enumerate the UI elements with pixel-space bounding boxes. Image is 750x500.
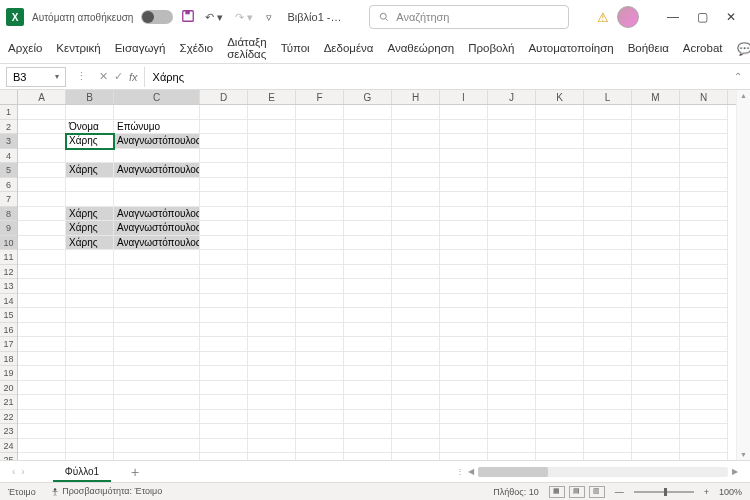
cell-M15[interactable] <box>632 308 680 323</box>
cell-G1[interactable] <box>344 105 392 120</box>
cell-C24[interactable] <box>114 439 200 454</box>
cell-A23[interactable] <box>18 424 66 439</box>
cell-B13[interactable] <box>66 279 114 294</box>
view-page-break[interactable]: ▥ <box>589 486 605 498</box>
row-header-6[interactable]: 6 <box>0 178 17 193</box>
cell-I14[interactable] <box>440 294 488 309</box>
cell-E22[interactable] <box>248 410 296 425</box>
tab-prev[interactable]: ‹ <box>12 466 15 477</box>
formula-vdots[interactable]: ⋮ <box>76 70 87 83</box>
row-header-8[interactable]: 8 <box>0 207 17 222</box>
col-header-F[interactable]: F <box>296 90 344 104</box>
cell-M19[interactable] <box>632 366 680 381</box>
cell-C17[interactable] <box>114 337 200 352</box>
cell-L8[interactable] <box>584 207 632 222</box>
cell-D17[interactable] <box>200 337 248 352</box>
minimize-button[interactable]: — <box>667 10 679 24</box>
col-header-J[interactable]: J <box>488 90 536 104</box>
cell-N15[interactable] <box>680 308 728 323</box>
cell-M10[interactable] <box>632 236 680 251</box>
cell-C21[interactable] <box>114 395 200 410</box>
name-box[interactable]: B3 ▾ <box>6 67 66 87</box>
cell-A13[interactable] <box>18 279 66 294</box>
cell-F9[interactable] <box>296 221 344 236</box>
cell-K14[interactable] <box>536 294 584 309</box>
col-header-D[interactable]: D <box>200 90 248 104</box>
cell-A18[interactable] <box>18 352 66 367</box>
cell-N11[interactable] <box>680 250 728 265</box>
cell-N3[interactable] <box>680 134 728 149</box>
cell-E21[interactable] <box>248 395 296 410</box>
cell-F23[interactable] <box>296 424 344 439</box>
cell-E1[interactable] <box>248 105 296 120</box>
cell-B19[interactable] <box>66 366 114 381</box>
cell-E20[interactable] <box>248 381 296 396</box>
ribbon-tab-Βοήθεια[interactable]: Βοήθεια <box>628 42 669 56</box>
cell-J3[interactable] <box>488 134 536 149</box>
cell-K2[interactable] <box>536 120 584 135</box>
cell-D23[interactable] <box>200 424 248 439</box>
cell-I12[interactable] <box>440 265 488 280</box>
cell-I8[interactable] <box>440 207 488 222</box>
col-header-N[interactable]: N <box>680 90 728 104</box>
cell-K18[interactable] <box>536 352 584 367</box>
cell-F22[interactable] <box>296 410 344 425</box>
cell-I1[interactable] <box>440 105 488 120</box>
cell-A7[interactable] <box>18 192 66 207</box>
cell-C5[interactable]: Αναγνωστόπουλος <box>114 163 200 178</box>
cell-B1[interactable] <box>66 105 114 120</box>
cell-L15[interactable] <box>584 308 632 323</box>
cell-G15[interactable] <box>344 308 392 323</box>
cell-L5[interactable] <box>584 163 632 178</box>
cell-L24[interactable] <box>584 439 632 454</box>
cell-B15[interactable] <box>66 308 114 323</box>
cell-C8[interactable]: Αναγνωστόπουλος <box>114 207 200 222</box>
ribbon-tab-Δεδομένα[interactable]: Δεδομένα <box>324 42 374 56</box>
cell-L6[interactable] <box>584 178 632 193</box>
cell-B24[interactable] <box>66 439 114 454</box>
col-header-B[interactable]: B <box>66 90 114 104</box>
cell-B6[interactable] <box>66 178 114 193</box>
ribbon-tab-Κεντρική[interactable]: Κεντρική <box>56 42 100 56</box>
cell-M13[interactable] <box>632 279 680 294</box>
cell-H21[interactable] <box>392 395 440 410</box>
cell-L25[interactable] <box>584 453 632 460</box>
row-header-9[interactable]: 9 <box>0 221 17 236</box>
cell-D18[interactable] <box>200 352 248 367</box>
cell-J22[interactable] <box>488 410 536 425</box>
cell-M21[interactable] <box>632 395 680 410</box>
cell-K22[interactable] <box>536 410 584 425</box>
cell-N20[interactable] <box>680 381 728 396</box>
cell-I11[interactable] <box>440 250 488 265</box>
cell-B5[interactable]: Χάρης <box>66 163 114 178</box>
cell-K20[interactable] <box>536 381 584 396</box>
undo-button[interactable]: ↶ ▾ <box>203 11 225 24</box>
cell-H3[interactable] <box>392 134 440 149</box>
cell-M24[interactable] <box>632 439 680 454</box>
cell-H6[interactable] <box>392 178 440 193</box>
cell-C6[interactable] <box>114 178 200 193</box>
cell-K12[interactable] <box>536 265 584 280</box>
cell-A19[interactable] <box>18 366 66 381</box>
cell-E12[interactable] <box>248 265 296 280</box>
cell-D3[interactable] <box>200 134 248 149</box>
search-input[interactable]: Αναζήτηση <box>369 5 569 29</box>
cell-F14[interactable] <box>296 294 344 309</box>
cell-A1[interactable] <box>18 105 66 120</box>
cell-N16[interactable] <box>680 323 728 338</box>
cell-J5[interactable] <box>488 163 536 178</box>
cancel-formula-icon[interactable]: ✕ <box>99 70 108 83</box>
cell-N7[interactable] <box>680 192 728 207</box>
cell-B16[interactable] <box>66 323 114 338</box>
row-header-13[interactable]: 13 <box>0 279 17 294</box>
ribbon-tab-Προβολή[interactable]: Προβολή <box>468 42 514 56</box>
cell-N21[interactable] <box>680 395 728 410</box>
cell-C3[interactable]: Αναγνωστόπουλος <box>114 134 200 149</box>
cell-G18[interactable] <box>344 352 392 367</box>
cell-H23[interactable] <box>392 424 440 439</box>
ribbon-tab-Αναθεώρηση[interactable]: Αναθεώρηση <box>387 42 454 56</box>
cell-K1[interactable] <box>536 105 584 120</box>
row-header-19[interactable]: 19 <box>0 366 17 381</box>
cell-N24[interactable] <box>680 439 728 454</box>
cell-M11[interactable] <box>632 250 680 265</box>
